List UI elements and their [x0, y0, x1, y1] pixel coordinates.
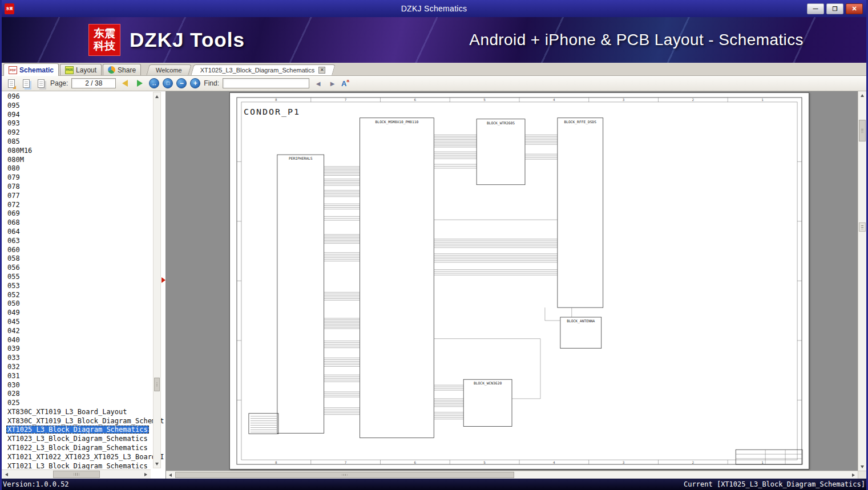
tab-close-icon[interactable]	[318, 67, 325, 74]
doc-tab-welcome[interactable]: Welcome	[148, 64, 190, 75]
sidebar-item-label: 052	[6, 291, 21, 299]
sidebar-item-label: 055	[6, 273, 21, 281]
next-page-button[interactable]	[134, 78, 146, 89]
next-page-icon	[137, 80, 143, 87]
scroll-left-button[interactable]	[166, 471, 175, 479]
sidebar-item[interactable]: 028	[2, 390, 165, 399]
svg-text:3: 3	[622, 460, 624, 464]
svg-text:5: 5	[483, 460, 486, 464]
previous-page-button[interactable]	[119, 78, 131, 89]
sidebar-item[interactable]: 085	[2, 137, 165, 147]
schematic-page[interactable]: 8877665544332211CONDOR_P1PERIPHERALSBLOC…	[229, 92, 809, 469]
scrollbar-thumb[interactable]	[154, 378, 160, 391]
sidebar-item[interactable]: 053	[2, 282, 165, 291]
sidebar-item[interactable]: 096	[2, 92, 165, 102]
scrollbar-thumb[interactable]	[859, 120, 866, 141]
scroll-right-button[interactable]	[142, 470, 151, 479]
scroll-right-button[interactable]	[849, 471, 858, 479]
scrollbar-thumb[interactable]	[175, 472, 514, 478]
sidebar-item[interactable]: 025	[2, 399, 165, 408]
font-size-button[interactable]	[341, 79, 349, 88]
sidebar-item[interactable]: 095	[2, 102, 165, 111]
tab-layout[interactable]: PADS Layout	[60, 64, 102, 75]
sidebar-item[interactable]: XT1025_L3_Block_Diagram_Schematics	[2, 426, 165, 435]
sidebar-item[interactable]: 080	[2, 164, 165, 173]
sidebar-item[interactable]: 049	[2, 309, 165, 318]
close-button[interactable]	[846, 3, 863, 14]
sidebar-item[interactable]: XT1023_L3_Block_Diagram_Schematics	[2, 435, 165, 444]
sidebar-item-label: 033	[6, 354, 21, 362]
sidebar-item[interactable]: 094	[2, 111, 165, 120]
sidebar-item[interactable]: 030	[2, 381, 165, 390]
sidebar-item[interactable]: 039	[2, 345, 165, 354]
maximize-button[interactable]	[826, 3, 843, 14]
find-previous-button[interactable]	[313, 79, 324, 88]
sidebar-item[interactable]: 045	[2, 318, 165, 327]
copy-page-button[interactable]	[6, 78, 17, 89]
scrollbar-corner	[858, 471, 866, 479]
page-number-input[interactable]: 2 / 38	[71, 78, 116, 88]
sidebar-item[interactable]: 064	[2, 228, 165, 237]
sidebar-item[interactable]: 069	[2, 209, 165, 218]
sidebar-item[interactable]: XT1022_L3_Block_Diagram_Schematics	[2, 444, 165, 453]
sidebar-item[interactable]: 080M16	[2, 147, 165, 156]
svg-text:7: 7	[344, 98, 346, 102]
snapshot-icon	[38, 79, 45, 88]
zoom-out-button[interactable]	[176, 78, 187, 88]
sidebar-item[interactable]: XT830C_XT1019_L3_Board_Layout	[2, 408, 165, 417]
scrollbar-thumb[interactable]	[53, 471, 100, 478]
sidebar-item[interactable]: 058	[2, 254, 165, 264]
sidebar-vertical-scrollbar[interactable]	[153, 92, 161, 468]
sidebar-item[interactable]: 056	[2, 264, 165, 273]
sidebar-item[interactable]: 072	[2, 201, 165, 210]
splitter-marker-icon[interactable]	[162, 277, 165, 283]
fit-page-button[interactable]	[163, 78, 173, 88]
sidebar-item[interactable]: 079	[2, 173, 165, 183]
zoom-in-button[interactable]	[190, 78, 200, 88]
sidebar-item-label: 031	[6, 372, 21, 380]
sidebar-item[interactable]: XT1021_L3_Block_Diagram_Schematics	[2, 462, 165, 469]
tab-schematic[interactable]: PDF Schematic	[3, 63, 59, 76]
scroll-left-button[interactable]	[2, 470, 11, 479]
schematic-viewport[interactable]: 8877665544332211CONDOR_P1PERIPHERALSBLOC…	[166, 91, 866, 479]
duplicate-pages-button[interactable]	[21, 78, 32, 89]
sidebar-horizontal-scrollbar[interactable]	[2, 469, 151, 479]
sidebar-item[interactable]: 080M	[2, 156, 165, 165]
snapshot-button[interactable]	[35, 78, 47, 89]
tab-share[interactable]: Share	[103, 64, 141, 75]
sidebar-item[interactable]: 063	[2, 237, 165, 246]
sidebar-item[interactable]: 052	[2, 291, 165, 300]
doc-tab-xt1025[interactable]: XT1025_L3_Block_Diagram_Schematics	[192, 64, 334, 75]
sidebar-item[interactable]: 050	[2, 299, 165, 309]
sidebar-item-label: 079	[6, 173, 21, 181]
sidebar-item[interactable]: 031	[2, 372, 165, 381]
sidebar-item[interactable]: 033	[2, 354, 165, 363]
main-vertical-scrollbar[interactable]	[858, 91, 866, 471]
main-horizontal-scrollbar[interactable]	[166, 471, 858, 479]
sidebar-item[interactable]: 040	[2, 336, 165, 345]
find-input[interactable]	[223, 78, 309, 88]
sidebar-item[interactable]: XT830C_XT1019_L3_Block_Diagram_Schemat	[2, 417, 165, 426]
fit-width-button[interactable]	[149, 78, 159, 88]
scroll-up-button[interactable]	[154, 92, 160, 100]
find-next-button[interactable]	[327, 79, 338, 88]
sidebar-item[interactable]: 092	[2, 128, 165, 137]
scroll-up-button[interactable]	[858, 91, 866, 99]
arrow-right-icon	[852, 473, 855, 477]
svg-text:2: 2	[692, 460, 694, 464]
sidebar-item[interactable]: 077	[2, 192, 165, 201]
pane-grip-handle[interactable]	[859, 222, 866, 232]
sidebar-item[interactable]: XT1021_XT1022_XT1023_XT1025_L3_Board_I	[2, 453, 165, 462]
sidebar-item[interactable]: 078	[2, 183, 165, 192]
sidebar-item[interactable]: 093	[2, 119, 165, 128]
sidebar-item[interactable]: 060	[2, 246, 165, 255]
minimize-button[interactable]	[807, 3, 824, 14]
sidebar-item[interactable]: 068	[2, 218, 165, 228]
scroll-down-button[interactable]	[858, 463, 866, 471]
sidebar-item[interactable]: 042	[2, 327, 165, 336]
svg-text:6: 6	[414, 98, 416, 102]
scroll-down-button[interactable]	[154, 460, 160, 468]
sidebar-item[interactable]: 055	[2, 273, 165, 282]
sidebar-item-label: 064	[6, 228, 21, 236]
sidebar-item[interactable]: 032	[2, 363, 165, 372]
